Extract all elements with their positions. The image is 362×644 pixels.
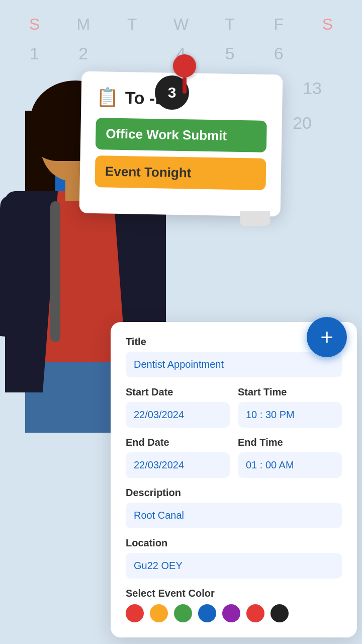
color-red[interactable]: [126, 604, 144, 622]
end-time-col: End Time 01 : 00 AM: [238, 437, 342, 487]
color-blue[interactable]: [198, 604, 216, 622]
todo-item-1[interactable]: Office Work Submit: [96, 118, 267, 152]
color-green[interactable]: [174, 604, 192, 622]
description-label: Description: [126, 487, 342, 499]
end-date-label: End Date: [126, 437, 230, 448]
description-value[interactable]: Root Canal: [126, 503, 342, 528]
title-value[interactable]: Dentist Appointment: [126, 352, 342, 377]
color-purple[interactable]: [222, 604, 240, 622]
plus-icon: +: [320, 326, 333, 348]
pin-head: [173, 54, 196, 77]
color-select-label: Select Event Color: [126, 588, 342, 599]
color-yellow[interactable]: [150, 604, 168, 622]
start-row: Start Date 22/03/2024 Start Time 10 : 30…: [126, 386, 342, 437]
end-row: End Date 22/03/2024 End Time 01 : 00 AM: [126, 437, 342, 487]
cal-date-20: 20: [293, 113, 312, 133]
calendar-days-header: S M T W T F S: [10, 15, 352, 34]
cal-date-7: 7: [307, 44, 347, 63]
pin: [173, 54, 196, 94]
location-value[interactable]: Gu22 OEY: [126, 553, 342, 579]
color-black[interactable]: [270, 604, 289, 622]
form-card: Title Dentist Appointment Start Date 22/…: [111, 322, 357, 637]
todo-item-2[interactable]: Event Tonight: [95, 155, 266, 190]
cal-date-5: 5: [210, 44, 250, 63]
start-date-label: Start Date: [126, 386, 230, 398]
color-row: [126, 604, 342, 622]
day-wednesday: W: [161, 15, 201, 34]
day-tuesday: T: [112, 15, 152, 34]
pin-needle: [183, 77, 187, 94]
color-red2[interactable]: [246, 604, 264, 622]
day-saturday: S: [307, 15, 347, 34]
end-time-value[interactable]: 01 : 00 AM: [238, 452, 342, 478]
start-date-col: Start Date 22/03/2024: [126, 386, 230, 437]
backpack-strap: [50, 201, 60, 342]
end-time-label: End Time: [238, 437, 342, 448]
start-date-value[interactable]: 22/03/2024: [126, 402, 230, 428]
todo-icon: 📋: [96, 87, 119, 108]
day-friday: F: [258, 15, 299, 34]
day-monday: M: [63, 15, 104, 34]
end-date-value[interactable]: 22/03/2024: [126, 452, 230, 478]
cal-date-13: 13: [303, 78, 322, 98]
cal-date-6: 6: [258, 44, 299, 63]
add-event-button[interactable]: +: [307, 317, 347, 357]
start-time-label: Start Time: [238, 386, 342, 398]
start-time-col: Start Time 10 : 30 PM: [238, 386, 342, 437]
start-time-value[interactable]: 10 : 30 PM: [238, 402, 342, 428]
end-date-col: End Date 22/03/2024: [126, 437, 230, 487]
day-sunday: S: [15, 15, 55, 34]
location-label: Location: [126, 537, 342, 549]
day-thursday: T: [210, 15, 250, 34]
